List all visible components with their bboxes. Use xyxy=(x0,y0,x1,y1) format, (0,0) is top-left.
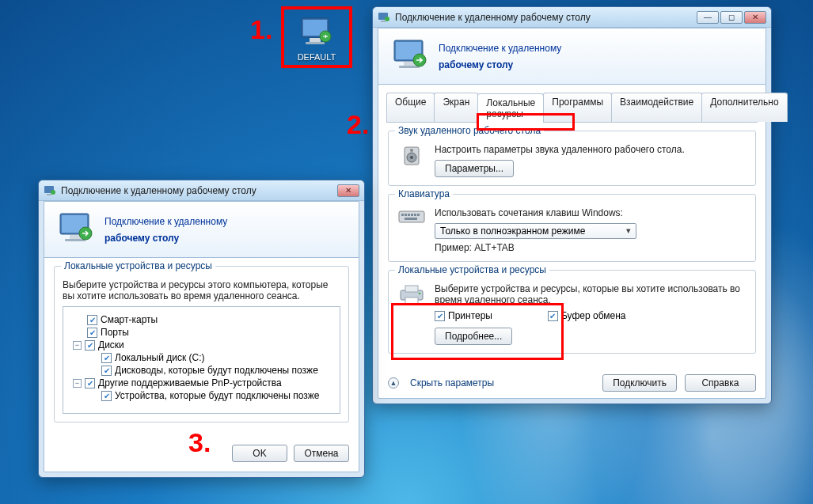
audio-desc: Настроить параметры звука удаленного раб… xyxy=(435,144,747,155)
group-local-devices: Локальные устройства и ресурсы Выберите … xyxy=(54,266,349,423)
help-button[interactable]: Справка xyxy=(685,374,756,392)
group-local-devices: Локальные устройства и ресурсы Выберите … xyxy=(388,270,756,354)
cancel-button[interactable]: Отмена xyxy=(294,445,349,462)
keyboard-example: Пример: ALT+TAB xyxy=(435,242,747,253)
minimize-button[interactable]: — xyxy=(697,11,719,24)
tab-general[interactable]: Общие xyxy=(386,93,435,122)
tree-item-smartcards[interactable]: Смарт-карты xyxy=(87,313,333,326)
tab-screen[interactable]: Экран xyxy=(434,93,478,122)
svg-rect-22 xyxy=(414,214,416,216)
speaker-icon xyxy=(397,144,427,168)
tree-item-drives[interactable]: Диски xyxy=(73,339,333,351)
desktop-icon-label: DEFAULT xyxy=(293,52,340,62)
annotation-label-1: 1. xyxy=(250,14,272,45)
tab-local-resources[interactable]: Локальные ресурсы xyxy=(477,93,544,123)
svg-point-15 xyxy=(410,156,413,159)
svg-rect-19 xyxy=(405,214,407,216)
tree-item-other-pnp[interactable]: Другие поддерживаемые PnP-устройства xyxy=(73,377,333,389)
checkbox-printers[interactable]: Принтеры xyxy=(435,310,492,321)
close-button[interactable]: ✕ xyxy=(337,184,359,197)
svg-rect-27 xyxy=(405,297,418,304)
tab-advanced[interactable]: Дополнительно xyxy=(701,93,787,122)
desktop-icon-rdp[interactable]: DEFAULT xyxy=(293,16,340,62)
device-tree: Смарт-карты Порты Диски Локальный диск (… xyxy=(63,306,340,414)
hide-params-link[interactable]: Скрыть параметры xyxy=(410,377,494,388)
group-legend: Клавиатура xyxy=(395,188,453,199)
group-keyboard: Клавиатура Использовать сочетания клавиш… xyxy=(388,194,756,262)
tab-programs[interactable]: Программы xyxy=(543,93,612,122)
header-title: Подключение к удаленному рабочему столу xyxy=(439,39,561,71)
maximize-button[interactable]: ◻ xyxy=(720,11,743,24)
devices-more-button[interactable]: Подробнее... xyxy=(435,328,512,345)
close-button[interactable]: ✕ xyxy=(744,11,766,24)
tree-item-ports[interactable]: Порты xyxy=(87,326,333,339)
keyboard-icon xyxy=(397,207,427,225)
checkbox-clipboard[interactable]: Буфер обмена xyxy=(548,310,626,321)
rdp-icon xyxy=(378,11,390,24)
monitor-icon xyxy=(298,16,335,49)
svg-rect-34 xyxy=(70,235,81,239)
tree-item-local-c[interactable]: Локальный диск (C:) xyxy=(101,351,333,364)
svg-rect-2 xyxy=(310,38,321,42)
group-legend: Локальные устройства и ресурсы xyxy=(61,260,215,271)
svg-rect-10 xyxy=(404,62,415,66)
svg-point-16 xyxy=(410,149,413,152)
audio-params-button[interactable]: Параметры... xyxy=(435,160,514,177)
collapse-icon[interactable]: ▲ xyxy=(388,377,399,388)
svg-rect-30 xyxy=(47,194,51,195)
svg-rect-6 xyxy=(381,21,386,22)
svg-rect-18 xyxy=(401,214,404,216)
keyboard-desc: Использовать сочетания клавиш Windows: xyxy=(435,207,747,218)
monitor-icon xyxy=(57,210,95,248)
group-legend: Локальные устройства и ресурсы xyxy=(395,264,549,275)
header-banner: Подключение к удаленному рабочему столу xyxy=(378,28,766,85)
svg-rect-24 xyxy=(405,218,417,220)
tab-interaction[interactable]: Взаимодействие xyxy=(611,93,702,122)
annotation-label-3: 3. xyxy=(188,427,211,458)
svg-point-31 xyxy=(51,190,55,195)
tree-toggle[interactable] xyxy=(73,379,82,388)
titlebar[interactable]: Подключение к удаленному рабочему столу … xyxy=(373,7,771,28)
svg-point-28 xyxy=(419,293,421,295)
tab-bar: Общие Экран Локальные ресурсы Программы … xyxy=(386,93,758,123)
tree-toggle[interactable] xyxy=(73,341,82,350)
monitor-icon xyxy=(391,36,429,74)
devices-desc: Выберите устройства и ресурсы этого комп… xyxy=(63,279,340,301)
devices-desc: Выберите устройства и ресурсы, которые в… xyxy=(435,283,747,305)
group-remote-audio: Звук удаленного рабочего стола Настроить… xyxy=(388,131,756,186)
svg-rect-17 xyxy=(399,211,424,222)
svg-point-7 xyxy=(385,17,389,21)
tree-item-later-drives[interactable]: Дисководы, которые будут подключены позж… xyxy=(101,364,333,377)
svg-rect-23 xyxy=(417,214,420,216)
group-legend: Звук удаленного рабочего стола xyxy=(395,125,544,136)
titlebar[interactable]: Подключение к удаленному рабочему столу … xyxy=(39,180,364,201)
svg-rect-26 xyxy=(405,286,418,292)
printer-icon xyxy=(397,283,427,305)
window-title: Подключение к удаленному рабочему столу xyxy=(61,185,337,196)
keyboard-combo-select[interactable]: Только в полноэкранном режиме xyxy=(435,223,636,239)
svg-rect-21 xyxy=(411,214,413,216)
connect-button[interactable]: Подключить xyxy=(602,374,677,392)
annotation-label-2: 2. xyxy=(347,109,369,140)
rdp-main-window: Подключение к удаленному рабочему столу … xyxy=(372,6,772,404)
ok-button[interactable]: OK xyxy=(232,445,287,462)
header-title: Подключение к удаленному рабочему столу xyxy=(104,212,227,244)
rdp-icon xyxy=(44,184,56,197)
svg-rect-20 xyxy=(408,214,410,216)
svg-rect-3 xyxy=(306,42,325,44)
header-banner: Подключение к удаленному рабочему столу xyxy=(44,202,359,258)
window-title: Подключение к удаленному рабочему столу xyxy=(395,12,697,23)
tree-item-later-devices[interactable]: Устройства, которые будут подключены поз… xyxy=(101,389,333,402)
